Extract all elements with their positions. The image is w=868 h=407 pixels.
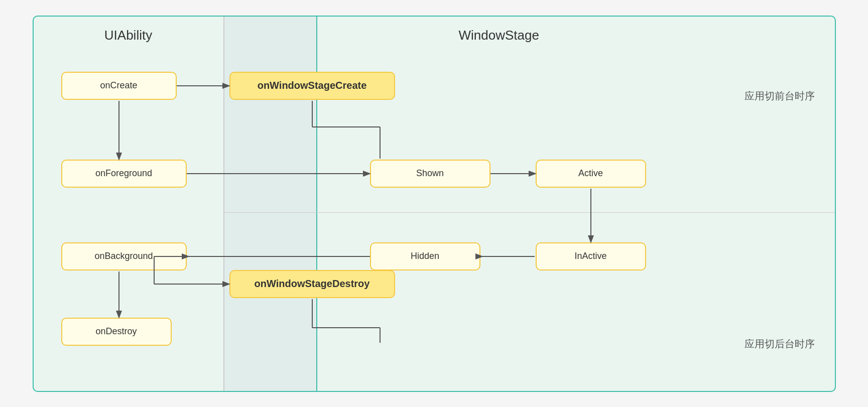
shown-node: Shown: [370, 160, 490, 188]
onbackground-node: onBackground: [61, 242, 187, 270]
hidden-node: Hidden: [370, 242, 480, 270]
annotation-bottom: 应用切后台时序: [745, 337, 815, 351]
diagram-container: UIAbility onCreate onForeground onBackgr…: [33, 16, 836, 392]
windowstage-title: WindowStage: [458, 28, 539, 43]
onwindowstagedestroy-node: onWindowStageDestroy: [229, 270, 395, 298]
uiability-panel: UIAbility onCreate onForeground onBackgr…: [34, 17, 224, 391]
active-node: Active: [536, 160, 646, 188]
onwindowstagecreate-node: onWindowStageCreate: [229, 72, 395, 100]
windowstage-panel: WindowStage onWindowStageCreate Shown Ac…: [224, 17, 835, 391]
onforeground-node: onForeground: [61, 160, 187, 188]
oncreate-node: onCreate: [61, 72, 177, 100]
uiability-title: UIAbility: [104, 28, 152, 43]
ondestroy-node: onDestroy: [61, 318, 172, 346]
inactive-node: InActive: [536, 242, 646, 270]
annotation-top: 应用切前台时序: [745, 89, 815, 103]
h-divider: [224, 212, 835, 213]
